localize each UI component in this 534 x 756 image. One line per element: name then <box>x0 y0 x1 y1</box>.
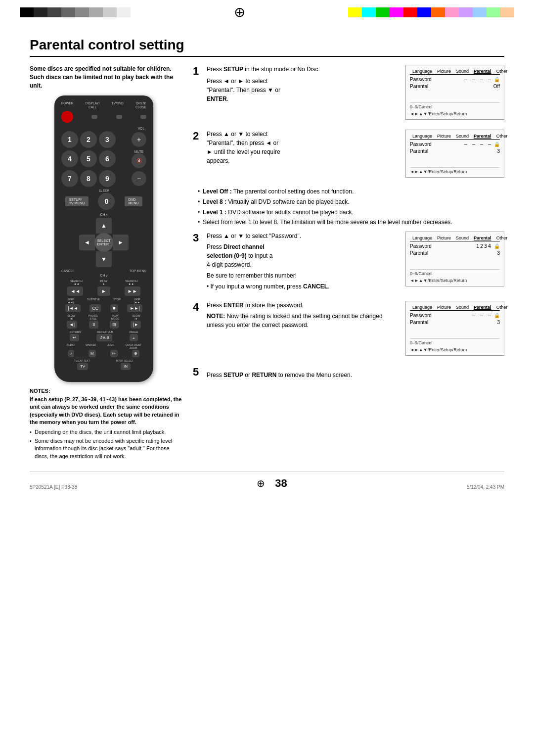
search-left-label: SEARCH◄◄ <box>70 280 83 285</box>
btn-3[interactable]: 3 <box>99 131 116 148</box>
page-number: 38 <box>275 477 287 490</box>
vol-up-button[interactable]: + <box>132 132 146 147</box>
page-footer: 5P20521A [E] P33-38 ⊕ 38 5/12/04, 2:43 P… <box>30 472 504 490</box>
tab-sound-2: Sound <box>453 133 471 139</box>
screen-4-parental-value: 3 <box>497 320 500 325</box>
tab-parental-1: Parental <box>471 68 494 74</box>
screen-4-parental-label: Parental <box>410 320 428 325</box>
screen-3: Language Picture Sound Parental Other Pa… <box>405 232 504 286</box>
open-close-button[interactable] <box>140 115 146 119</box>
bottom-reg-mark: ⊕ <box>257 477 265 489</box>
screen-1-parental-value: Off <box>493 84 500 89</box>
marker-button[interactable]: M <box>89 350 96 357</box>
play-mode-button[interactable]: ⊞ <box>110 321 119 329</box>
vol-down-button[interactable]: − <box>132 171 146 186</box>
screen-1-nav2: ◄►▲▼/Enter/Setup/Return <box>410 111 500 116</box>
power-button[interactable] <box>61 111 73 123</box>
search-left-button[interactable]: ◄◄ <box>67 286 83 296</box>
step-1-number: 1 <box>193 66 203 120</box>
angle-button[interactable]: ⟁ <box>130 334 138 341</box>
search-right-button[interactable]: ►► <box>125 286 140 296</box>
lock-icon-1: 🔒 <box>494 77 500 82</box>
jump-label: JUMP <box>107 343 114 349</box>
screen-1-nav1: 0–9/Cancel <box>410 102 500 109</box>
intro-text: Some discs are specified not suitable fo… <box>30 65 183 90</box>
btn-1[interactable]: 1 <box>61 131 78 148</box>
tv-cap-button[interactable]: TV <box>77 363 88 370</box>
btn-5[interactable]: 5 <box>80 150 97 167</box>
tab-sound-1: Sound <box>453 68 471 74</box>
level-1-item: Level 1 : DVD software for adults cannot… <box>198 208 504 217</box>
screen-3-nav2: ◄►▲▼/Enter/Setup/Return <box>410 278 500 283</box>
slow-right-label: SLOW|► <box>133 314 140 320</box>
setup-tv-menu-button[interactable]: SETUP/TV MENU <box>65 196 89 206</box>
display-call-button[interactable] <box>91 115 97 119</box>
step-5: 5 Press SETUP or RETURN to remove the Me… <box>193 366 504 379</box>
dpad-down[interactable]: ▼ <box>96 251 112 267</box>
screen-1-password-value: — — — — <box>464 77 492 82</box>
step-4-number: 4 <box>193 302 203 356</box>
marker-label: MARKER <box>86 343 96 349</box>
screen-2-parental-value: 3 <box>497 148 500 154</box>
btn-7[interactable]: 7 <box>61 170 78 187</box>
btn-4[interactable]: 4 <box>61 150 78 167</box>
dpad-left[interactable]: ◄ <box>79 235 95 250</box>
subtitle-label: SUBTITLE <box>87 298 100 304</box>
skip-right-button[interactable]: ►►| <box>127 304 142 312</box>
cancel-label: CANCEL <box>61 269 74 273</box>
tab-language-3: Language <box>410 235 435 241</box>
tab-picture-3: Picture <box>435 235 453 241</box>
notes-section: NOTES: If each setup (P. 27, 36~39, 41~4… <box>30 388 183 460</box>
screen-2-nav: ◄►▲▼/Enter/Setup/Return <box>410 167 500 174</box>
step-2-number: 2 <box>193 131 203 178</box>
step-1-content: Press SETUP in the stop mode or No Disc.… <box>207 65 400 120</box>
mute-button[interactable]: 🔇 <box>132 153 146 168</box>
note-item-1: Depending on the discs, the unit cannot … <box>35 428 183 436</box>
tab-other-3: Other <box>494 235 510 241</box>
return-label: RETURN <box>69 331 81 333</box>
slow-left-label: SLOW◄| <box>67 314 75 320</box>
tab-parental-3: Parental <box>471 235 494 241</box>
dpad-up[interactable]: ▲ <box>96 218 112 234</box>
screen-1-parental-label: Parental <box>410 84 428 89</box>
btn-0[interactable]: 0 <box>98 193 115 210</box>
slow-right-button[interactable]: |► <box>131 321 141 329</box>
stop-button[interactable]: ■ <box>110 304 118 312</box>
pause-button[interactable]: ⏸ <box>89 321 98 329</box>
audio-button[interactable]: ♪ <box>68 350 74 357</box>
step-2-content: Press ▲ or ▼ to select"Parental", then p… <box>207 130 400 178</box>
audio-label: AUDIO <box>67 343 75 349</box>
footer-right: 5/12/04, 2:43 PM <box>467 484 504 490</box>
lock-icon-2: 🔒 <box>494 142 500 147</box>
step-1: 1 Press SETUP in the stop mode or No Dis… <box>193 65 504 120</box>
ch-up-label: CH∧ <box>100 213 107 217</box>
dpad-right[interactable]: ► <box>113 235 129 250</box>
btn-8[interactable]: 8 <box>80 170 97 187</box>
btn-2[interactable]: 2 <box>80 131 97 148</box>
screen-4-password-value: — — — <box>472 313 492 318</box>
slow-left-button[interactable]: ◄| <box>67 321 77 329</box>
quick-view-button[interactable]: ⊕ <box>132 350 139 357</box>
dvd-menu-button[interactable]: DVDMENU <box>125 196 143 206</box>
return-button[interactable]: ↩ <box>70 334 79 341</box>
select-enter-button[interactable]: SELECTENTER <box>94 233 113 252</box>
skip-left-button[interactable]: |◄◄ <box>65 304 80 312</box>
repeat-button[interactable]: ↺A-B <box>96 334 112 341</box>
jump-button[interactable]: ⤇ <box>110 350 118 357</box>
level-range-item: Select from level 1 to level 8. The limi… <box>198 218 504 227</box>
step-3: 3 Press ▲ or ▼ to select "Password". Pre… <box>193 232 504 291</box>
play-button[interactable]: ► <box>97 286 110 296</box>
subtitle-button[interactable]: CC <box>89 304 101 312</box>
play-label: PLAY► <box>100 280 108 285</box>
tv-dvd-button[interactable] <box>116 115 122 119</box>
screen-4: Language Picture Sound Parental Other Pa… <box>405 301 504 356</box>
pause-label: PAUSE/STILL <box>89 314 98 320</box>
input-select-button[interactable]: IN <box>121 363 131 370</box>
screen-3-password-value: 1234 <box>476 243 492 249</box>
btn-6[interactable]: 6 <box>99 150 116 167</box>
footer-left: 5P20521A [E] P33-38 <box>30 484 77 490</box>
tab-sound-4: Sound <box>453 304 471 310</box>
ch-down-label: CH∨ <box>100 274 107 278</box>
play-mode-label: PLAYMODE <box>111 314 120 320</box>
btn-9[interactable]: 9 <box>99 170 116 187</box>
